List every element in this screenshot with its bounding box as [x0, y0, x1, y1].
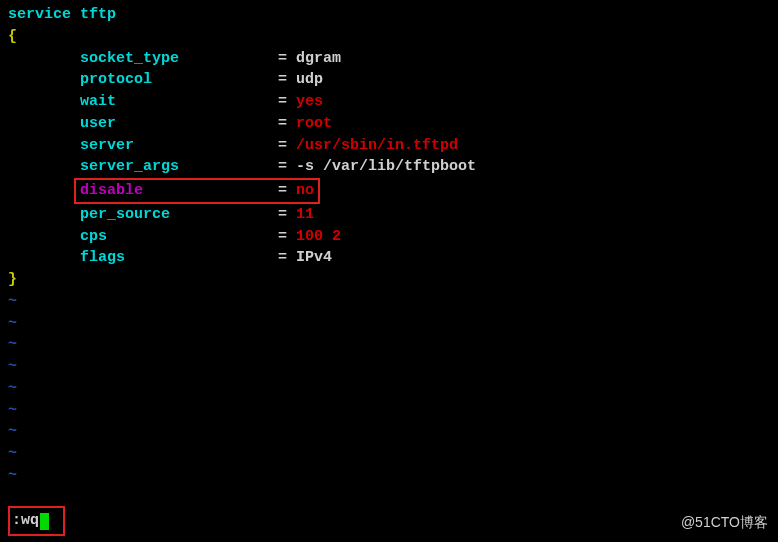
empty-lines: ~~~~~~~~~ — [8, 291, 770, 487]
equals-sign: = — [278, 228, 287, 245]
config-key: user — [80, 115, 278, 132]
config-value: no — [296, 182, 314, 199]
config-row: flags = IPv4 — [8, 247, 770, 269]
terminal-editor[interactable]: service tftp { socket_type = dgram proto… — [0, 0, 778, 491]
config-value: 100 2 — [296, 228, 341, 245]
tilde-line: ~ — [8, 400, 770, 422]
config-key: socket_type — [80, 50, 278, 67]
config-row: socket_type = dgram — [8, 48, 770, 70]
equals-sign: = — [278, 158, 287, 175]
config-row: protocol = udp — [8, 69, 770, 91]
config-key: server_args — [80, 158, 278, 175]
cmd-colon: : — [12, 510, 21, 532]
cursor-icon — [40, 513, 49, 530]
tilde-line: ~ — [8, 334, 770, 356]
highlight-row-disable: disable = no — [74, 178, 320, 204]
config-value: udp — [296, 71, 323, 88]
config-row: per_source = 11 — [8, 204, 770, 226]
config-value: IPv4 — [296, 249, 332, 266]
config-key: disable — [80, 182, 278, 199]
config-row: server = /usr/sbin/in.tftpd — [8, 135, 770, 157]
config-key: cps — [80, 228, 278, 245]
tilde-line: ~ — [8, 378, 770, 400]
cmd-text: wq — [21, 510, 39, 532]
equals-sign: = — [278, 93, 287, 110]
equals-sign: = — [278, 206, 287, 223]
watermark-text: @51CTO博客 — [681, 512, 768, 532]
open-brace: { — [8, 26, 770, 48]
config-value: root — [296, 115, 332, 132]
tilde-line: ~ — [8, 421, 770, 443]
config-value: -s /var/lib/tftpboot — [296, 158, 476, 175]
config-row: cps = 100 2 — [8, 226, 770, 248]
config-key: protocol — [80, 71, 278, 88]
config-key: per_source — [80, 206, 278, 223]
equals-sign: = — [278, 249, 287, 266]
keyword-service: service — [8, 6, 71, 23]
config-value: 11 — [296, 206, 314, 223]
config-value: /usr/sbin/in.tftpd — [296, 137, 458, 154]
config-value: yes — [296, 93, 323, 110]
config-row: wait = yes — [8, 91, 770, 113]
equals-sign: = — [278, 137, 287, 154]
vim-command-bar[interactable]: :wq — [8, 506, 65, 536]
equals-sign: = — [278, 182, 287, 199]
config-key: server — [80, 137, 278, 154]
config-value: dgram — [296, 50, 341, 67]
close-brace: } — [8, 269, 770, 291]
tilde-line: ~ — [8, 291, 770, 313]
config-key: flags — [80, 249, 278, 266]
command-highlight: :wq — [8, 506, 65, 536]
tilde-line: ~ — [8, 465, 770, 487]
equals-sign: = — [278, 115, 287, 132]
service-name: tftp — [80, 6, 116, 23]
config-block: socket_type = dgram protocol = udp wait … — [8, 48, 770, 270]
tilde-line: ~ — [8, 443, 770, 465]
config-key: wait — [80, 93, 278, 110]
tilde-line: ~ — [8, 356, 770, 378]
equals-sign: = — [278, 50, 287, 67]
config-row: server_args = -s /var/lib/tftpboot — [8, 156, 770, 178]
tilde-line: ~ — [8, 313, 770, 335]
equals-sign: = — [278, 71, 287, 88]
config-row: user = root — [8, 113, 770, 135]
service-header: service tftp — [8, 4, 770, 26]
